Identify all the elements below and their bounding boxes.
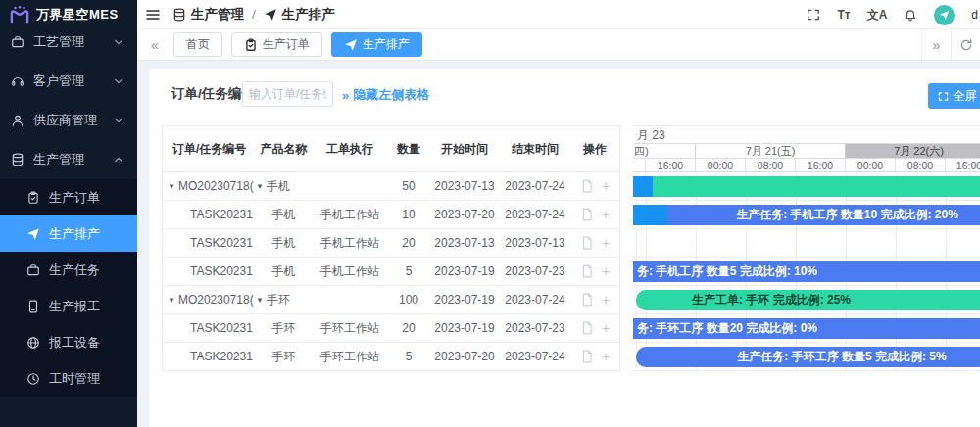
end-time: 2023-07-24: [500, 293, 570, 307]
quantity: 50: [388, 179, 429, 193]
table-row[interactable]: ▼MO20230718( ▼手环 100 2023-07-19 2023-07-…: [163, 286, 619, 314]
gantt-bar-order[interactable]: 生产工单: 手环 完成比例: 25%: [636, 290, 980, 310]
caret-down-icon[interactable]: ▼: [256, 296, 264, 305]
plus-icon[interactable]: +: [602, 179, 610, 193]
table-header-row: 订单/任务编号 产品名称 工单执行 数量 开始时间 结束时间 操作: [163, 126, 619, 172]
station: 手机工作站: [312, 235, 388, 252]
table-row[interactable]: ▼MO20230718( ▼手机 50 2023-07-13 2023-07-2…: [163, 172, 619, 201]
sidebar-item-supplier[interactable]: 供应商管理: [0, 101, 137, 140]
sidebar-item-work-hours[interactable]: 工时管理: [0, 360, 137, 397]
document-icon[interactable]: [580, 179, 594, 193]
document-icon[interactable]: [580, 350, 594, 363]
customer-service-icon: [11, 74, 24, 88]
plus-icon[interactable]: +: [602, 236, 610, 250]
paper-plane-icon: [26, 227, 40, 241]
sidebar-item-production-scheduling[interactable]: 生产排产: [0, 215, 137, 252]
fullscreen-icon[interactable]: [807, 8, 820, 22]
gantt-bar-task[interactable]: 生产任务: 手机工序 数量10 完成比例: 20%: [633, 205, 980, 225]
product-name: 手机: [256, 207, 312, 223]
plus-icon[interactable]: +: [602, 293, 610, 307]
gantt-bar-order[interactable]: [633, 176, 980, 197]
document-icon[interactable]: [580, 208, 594, 221]
gantt-day-header: 四) 7月 21(五) 7月 22(六): [633, 144, 980, 159]
table-row[interactable]: TASK20231 手机 手机工作站 20 2023-07-13 2023-07…: [163, 229, 619, 258]
sidebar-item-production[interactable]: 生产管理: [0, 140, 137, 179]
table-row[interactable]: TASK20231 手环 手环工作站 20 2023-07-19 2023-07…: [163, 314, 619, 343]
double-chevron-right-icon: »: [342, 88, 349, 103]
gantt-hour-header: 16:00 00:00 08:00 16:00 00:00 08:00 16:0…: [633, 159, 980, 172]
document-icon[interactable]: [580, 321, 594, 335]
caret-down-icon[interactable]: ▼: [168, 182, 175, 191]
table-row[interactable]: TASK20231 手机 手机工作站 5 2023-07-19 2023-07-…: [163, 258, 619, 286]
filter-toolbar: 订单/任务编号 » 隐藏左侧表格 全屏: [149, 69, 980, 125]
tab-production-scheduling[interactable]: 生产排产: [331, 32, 422, 57]
tab-home[interactable]: 首页: [173, 32, 222, 57]
logo: 万界星空MES: [0, 0, 137, 29]
start-time: 2023-07-20: [429, 350, 500, 363]
table-row[interactable]: TASK20231 手机 手机工作站 10 2023-07-20 2023-07…: [163, 201, 619, 229]
plus-icon[interactable]: +: [602, 321, 610, 335]
gantt-bar-task[interactable]: 生产任务: 手环工序 数量5 完成比例: 5%: [636, 347, 980, 367]
avatar[interactable]: [934, 5, 955, 25]
content-area: 订单/任务编号 » 隐藏左侧表格 全屏 订单/任务编号 产品名称 工单执行 数量…: [137, 61, 980, 427]
order-task-search-input[interactable]: [242, 81, 333, 107]
tab-bar: « 首页 生产订单 生产排产 »: [137, 29, 980, 61]
gantt-hour-cell: [633, 159, 646, 171]
plus-icon[interactable]: +: [602, 264, 610, 278]
caret-down-icon[interactable]: ▼: [256, 182, 264, 191]
fullscreen-button[interactable]: 全屏: [928, 83, 980, 109]
tab-production-orders[interactable]: 生产订单: [231, 32, 322, 57]
quantity: 20: [388, 321, 429, 335]
sidebar-item-label: 生产订单: [49, 189, 100, 207]
briefcase-icon: [26, 263, 40, 277]
column-header: 结束时间: [500, 141, 570, 158]
order-no: MO20230718(: [178, 179, 254, 193]
tabs-expand-right-icon[interactable]: »: [921, 29, 951, 60]
sidebar-item-label: 供应商管理: [33, 112, 103, 129]
sidebar: 车间管理 工艺管理 客户管理 供应商管理 生产管理 生产订单: [0, 0, 137, 427]
tab-bar-controls: »: [921, 29, 980, 60]
table-row[interactable]: TASK20231 手环 手环工作站 5 2023-07-20 2023-07-…: [163, 343, 619, 371]
gantt-hour-cell: 16:00: [946, 159, 980, 171]
translate-icon[interactable]: 文A: [867, 7, 888, 24]
hide-left-table-link[interactable]: » 隐藏左侧表格: [342, 86, 429, 104]
document-icon[interactable]: [580, 293, 594, 307]
gantt-bar-task[interactable]: 务: 手机工序 数量5 完成比例: 10%: [633, 261, 980, 282]
chevron-down-icon: [112, 35, 125, 49]
sidebar-item-production-tasks[interactable]: 生产任务: [0, 252, 137, 288]
sidebar-item-production-orders[interactable]: 生产订单: [0, 179, 137, 215]
document-icon[interactable]: [580, 264, 594, 278]
font-size-icon[interactable]: Tт: [837, 8, 850, 22]
product-name: 手机: [256, 263, 312, 280]
order-no: TASK20231: [163, 321, 256, 335]
globe-icon: [26, 336, 40, 350]
gantt-bar-label: 生产任务: 手机工序 数量10 完成比例: 20%: [633, 207, 980, 223]
clipboard-icon: [26, 191, 40, 205]
sidebar-item-customer[interactable]: 客户管理: [0, 62, 137, 101]
briefcase-icon: [11, 35, 24, 49]
start-time: 2023-07-19: [429, 264, 500, 278]
sidebar-item-report-devices[interactable]: 报工设备: [0, 324, 137, 360]
order-no: TASK20231: [163, 264, 256, 278]
caret-down-icon[interactable]: ▼: [168, 296, 175, 305]
order-no: TASK20231: [163, 350, 256, 363]
hamburger-menu-icon[interactable]: [145, 7, 161, 23]
brand-logo-icon: [9, 6, 30, 24]
fullscreen-button-label: 全屏: [953, 88, 977, 105]
bell-icon[interactable]: [904, 8, 917, 22]
gantt-hour-cell: 08:00: [896, 159, 946, 171]
refresh-icon[interactable]: [951, 29, 980, 60]
column-header: 操作: [570, 141, 619, 158]
product-name: 手环: [267, 292, 290, 308]
tabs-collapse-left-icon[interactable]: «: [145, 37, 165, 53]
gantt-day-cell: 四): [633, 144, 696, 158]
paper-plane-icon: [344, 38, 358, 52]
scheduler-split: 订单/任务编号 产品名称 工单执行 数量 开始时间 结束时间 操作 ▼MO202…: [162, 125, 980, 372]
document-icon[interactable]: [580, 236, 594, 250]
plus-icon[interactable]: +: [602, 350, 610, 363]
sidebar-item-work-report[interactable]: 生产报工: [0, 288, 137, 324]
plus-icon[interactable]: +: [602, 208, 610, 221]
quantity: 5: [388, 350, 429, 363]
gantt-bar-task[interactable]: 务: 手环工序 数量20 完成比例: 0%: [633, 318, 980, 339]
breadcrumb-section[interactable]: 生产管理: [191, 6, 244, 24]
